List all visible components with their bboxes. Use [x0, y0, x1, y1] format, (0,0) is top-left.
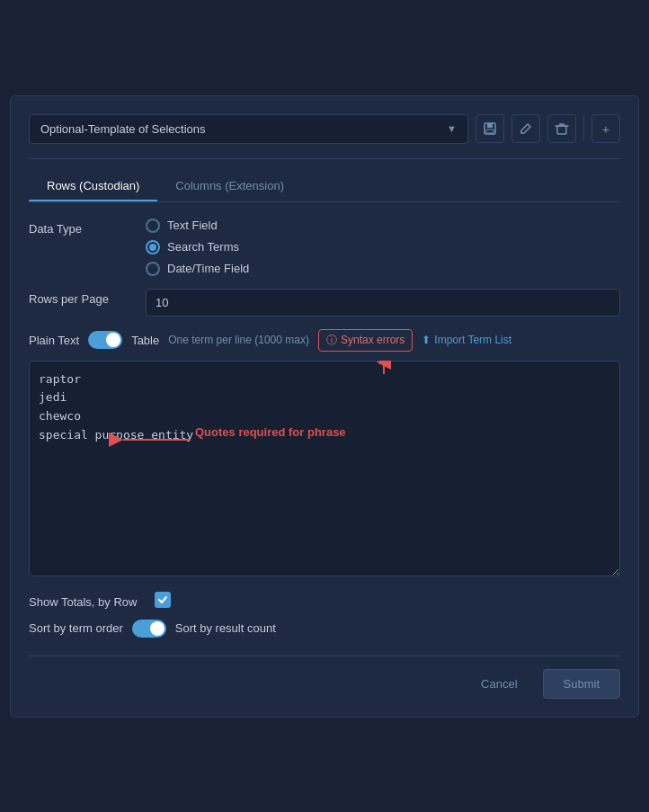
syntax-errors-button[interactable]: ⓘ Syntax errors — [318, 329, 413, 352]
radio-circle-search — [146, 240, 160, 254]
delete-icon — [555, 121, 569, 136]
footer-separator — [29, 656, 620, 656]
toggle-knob — [106, 333, 120, 347]
sort-row: Sort by term order Sort by result count — [29, 620, 620, 638]
show-totals-checkbox[interactable] — [155, 592, 171, 608]
data-type-controls: Text Field Search Terms Date/Time Field — [146, 219, 620, 276]
hint-text: One term per line (1000 max) — [168, 334, 309, 346]
toolbar-divider — [583, 116, 584, 141]
table-label: Table — [131, 334, 159, 347]
modal-container: Optional-Template of Selections ▼ + — [10, 95, 639, 718]
sort-toggle[interactable] — [132, 620, 166, 638]
radio-text-field[interactable]: Text Field — [146, 219, 620, 233]
plain-table-row: Plain Text Table One term per line (1000… — [29, 329, 620, 352]
radio-search-terms[interactable]: Search Terms — [146, 240, 620, 254]
svg-rect-3 — [557, 126, 566, 134]
footer-buttons: Cancel Submit — [29, 669, 620, 699]
plain-text-label: Plain Text — [29, 334, 79, 347]
plain-table-toggle[interactable] — [88, 331, 122, 349]
tabs: Rows (Custodian) Columns (Extension) — [29, 172, 620, 202]
save-button[interactable] — [476, 114, 504, 143]
radio-circle-datetime — [146, 262, 160, 276]
rows-per-page-row: Rows per Page — [29, 289, 620, 317]
template-select[interactable]: Optional-Template of Selections ▼ — [29, 114, 468, 144]
save-icon — [483, 121, 497, 136]
syntax-errors-icon: ⓘ — [326, 333, 337, 348]
radio-datetime-label: Date/Time Field — [167, 262, 249, 275]
sort-result-count-label: Sort by result count — [175, 621, 276, 635]
checkmark-icon — [157, 594, 168, 605]
syntax-errors-label: Syntax errors — [341, 334, 405, 346]
template-select-label: Optional-Template of Selections — [40, 122, 206, 136]
import-term-list-button[interactable]: ⬆ Import Term List — [422, 334, 511, 346]
rows-per-page-input[interactable] — [146, 289, 620, 317]
separator — [29, 158, 620, 159]
submit-button[interactable]: Submit — [543, 669, 620, 699]
radio-search-terms-label: Search Terms — [167, 240, 239, 254]
add-icon: + — [602, 121, 610, 137]
cancel-button[interactable]: Cancel — [465, 669, 533, 699]
toolbar: Optional-Template of Selections ▼ + — [29, 114, 620, 144]
rows-per-page-controls — [146, 289, 620, 317]
tab-rows[interactable]: Rows (Custodian) — [29, 172, 157, 201]
data-type-label: Data Type — [29, 219, 146, 236]
add-button[interactable]: + — [591, 114, 620, 143]
edit-button[interactable] — [511, 114, 540, 143]
sort-term-order-label: Sort by term order — [29, 621, 123, 635]
data-type-row: Data Type Text Field Search Terms Date/T… — [29, 219, 620, 276]
textarea-wrapper: raptor jedi chewco special purpose entit… — [29, 361, 620, 579]
svg-rect-1 — [487, 123, 493, 128]
import-label: Import Term List — [434, 334, 511, 346]
tab-columns[interactable]: Columns (Extension) — [157, 172, 302, 201]
import-icon: ⬆ — [422, 334, 431, 346]
delete-button[interactable] — [547, 114, 576, 143]
radio-text-field-label: Text Field — [167, 219, 218, 232]
show-totals-row: Show Totals, by Row — [29, 592, 620, 609]
svg-rect-2 — [486, 129, 493, 133]
term-textarea[interactable]: raptor jedi chewco special purpose entit… — [29, 361, 620, 576]
radio-circle-text — [146, 219, 160, 233]
edit-icon — [519, 121, 533, 136]
show-totals-label: Show Totals, by Row — [29, 592, 146, 609]
sort-toggle-knob — [150, 621, 164, 636]
rows-per-page-label: Rows per Page — [29, 289, 146, 306]
radio-datetime[interactable]: Date/Time Field — [146, 262, 620, 276]
chevron-down-icon: ▼ — [447, 123, 457, 134]
